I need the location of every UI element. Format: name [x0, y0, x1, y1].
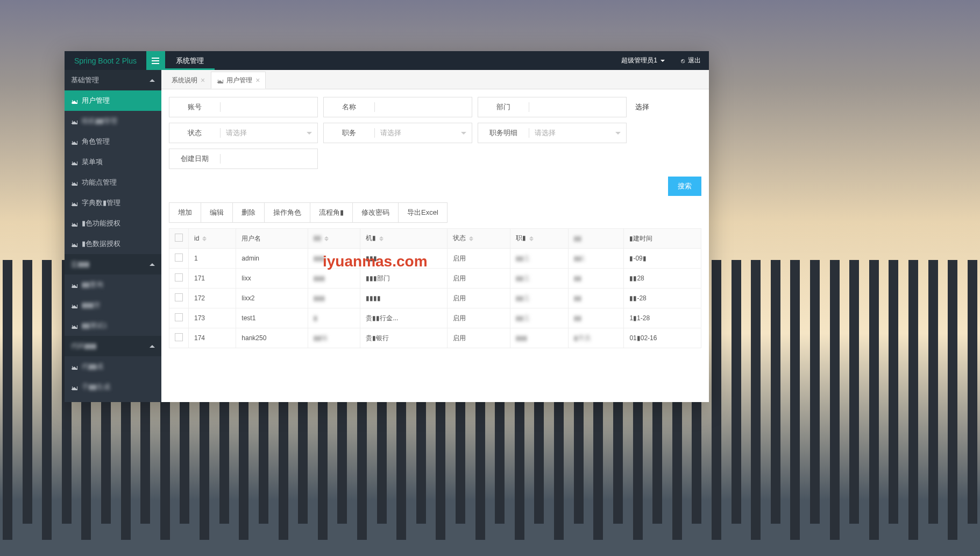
cell-pos: ▮▮立 — [510, 269, 569, 288]
dept-input[interactable] — [529, 97, 626, 117]
sidebar-item-role-func-auth[interactable]: ▮色功能授权 — [65, 213, 161, 234]
name-input[interactable] — [375, 97, 472, 117]
nav-system-mgmt[interactable]: 系统管理 — [165, 51, 215, 70]
col-3[interactable]: ▮▮ — [308, 229, 360, 249]
sidebar-item-test1[interactable]: ▮▮测试1 — [65, 315, 161, 336]
op-role-button[interactable]: 操作角色 — [264, 202, 310, 223]
cell-org: ▮▮▮ — [360, 249, 447, 269]
sidebar-group-label: 基础管理 — [71, 75, 99, 85]
sidebar-group-label: 代码▮▮▮ — [71, 341, 96, 351]
table-row[interactable]: 173test1▮贵▮▮行金...启用▮▮立▮▮1▮1-28 — [169, 308, 701, 328]
filter-status: 状态 请选择 — [169, 123, 318, 143]
position-select[interactable]: 请选择 — [375, 123, 472, 143]
sidebar-item-org-mgmt[interactable]: 组机▮▮管理 — [65, 111, 161, 131]
cell-username: lixx — [236, 269, 308, 288]
row-checkbox[interactable] — [175, 254, 183, 262]
cell-id: 173 — [189, 308, 236, 328]
row-checkbox[interactable] — [175, 273, 183, 281]
cell-username: hank250 — [236, 328, 308, 348]
filters: 账号 名称 部门 选择 状态 请选择 — [169, 97, 701, 169]
home-icon — [71, 241, 77, 247]
sidebar-group-monitor[interactable]: 监▮▮▮ — [65, 254, 161, 275]
search-button[interactable]: 搜索 — [668, 177, 701, 196]
field-label: 职务 — [324, 128, 375, 138]
home-icon — [71, 179, 77, 186]
filter-position: 职务 请选择 — [323, 123, 472, 143]
user-menu[interactable]: 超级管理员1 — [613, 56, 673, 65]
col-7[interactable]: ▮▮ — [568, 229, 624, 249]
table-row[interactable]: 172lixx2▮▮▮▮▮▮▮启用▮▮立▮▮▮▮-28 — [169, 288, 701, 308]
select-placeholder: 请选择 — [535, 128, 556, 138]
home-icon — [71, 302, 77, 308]
sort-icon — [324, 234, 329, 243]
close-icon[interactable]: × — [255, 76, 260, 85]
tabstrip: 系统说明 × 用户管理 × — [161, 70, 709, 89]
filter-position-detail: 职务明细 请选择 — [478, 123, 627, 143]
field-label: 状态 — [169, 128, 221, 138]
cell-status: 启用 — [447, 249, 510, 269]
table-row[interactable]: 174hank250▮▮辑贵▮银行启用▮▮▮▮序员01▮02-16 — [169, 328, 701, 348]
filter-dept: 部门 — [478, 97, 627, 117]
logout-button[interactable]: ⎋ 退出 — [673, 56, 709, 65]
col-pos[interactable]: 职▮ — [510, 229, 569, 249]
sidebar-item-monitor[interactable]: ▮▮▮控 — [65, 295, 161, 315]
select-all-checkbox[interactable] — [175, 234, 183, 242]
sidebar-item-func-mgmt[interactable]: 功能点管理 — [65, 172, 161, 193]
sidebar-toggle-button[interactable] — [146, 51, 165, 70]
logout-icon: ⎋ — [681, 57, 685, 65]
sidebar-item-label: 功能点管理 — [82, 178, 117, 187]
process-button[interactable]: 流程角▮ — [310, 202, 353, 223]
sidebar-item-role-mgmt[interactable]: 角色管理 — [65, 131, 161, 152]
row-checkbox[interactable] — [175, 293, 183, 301]
sidebar-group-code[interactable]: 代码▮▮▮ — [65, 336, 161, 356]
row-checkbox[interactable] — [175, 313, 183, 321]
sidebar-group-basic[interactable]: 基础管理 — [65, 70, 161, 90]
user-table: id 用户名 ▮▮ 机▮ 状态 职▮ ▮▮ ▮建时间 1admin▮▮▮▮▮▮启… — [169, 228, 701, 348]
tab-user-mgmt[interactable]: 用户管理 × — [211, 72, 266, 89]
tab-system-desc[interactable]: 系统说明 × — [166, 72, 211, 89]
sidebar-item-query[interactable]: ▮▮查询 — [65, 275, 161, 295]
table-row[interactable]: 1admin▮▮▮▮▮▮启用▮▮立▮▮1▮-09▮ — [169, 249, 701, 269]
sidebar-item-codegen[interactable]: 代▮▮成 — [65, 356, 161, 377]
col-create-time[interactable]: ▮建时间 — [624, 229, 701, 249]
status-select[interactable]: 请选择 — [221, 123, 317, 143]
col-status[interactable]: 状态 — [447, 229, 510, 249]
close-icon[interactable]: × — [201, 76, 205, 85]
chevron-down-icon — [461, 132, 466, 137]
cell-status: 启用 — [447, 308, 510, 328]
logout-label: 退出 — [688, 56, 701, 65]
sidebar-item-subgen[interactable]: 子▮▮生成 — [65, 377, 161, 397]
home-icon — [71, 159, 77, 165]
position-detail-select[interactable]: 请选择 — [529, 123, 626, 143]
filter-name: 名称 — [323, 97, 472, 117]
choose-link[interactable]: 选择 — [632, 97, 652, 117]
sidebar-item-dict-mgmt[interactable]: 字典数▮管理 — [65, 193, 161, 213]
sidebar-item-role-data-auth[interactable]: ▮色数据授权 — [65, 234, 161, 254]
cell-c7: ▮▮ — [568, 308, 624, 328]
sidebar-item-user-mgmt[interactable]: 用户管理 — [65, 90, 161, 111]
edit-button[interactable]: 编辑 — [201, 202, 233, 223]
chevron-up-icon — [150, 261, 155, 266]
sidebar-item-menu[interactable]: 菜单项 — [65, 152, 161, 172]
export-button[interactable]: 导出Excel — [398, 202, 448, 223]
change-pwd-button[interactable]: 修改密码 — [352, 202, 399, 223]
col-username[interactable]: 用户名 — [236, 229, 308, 249]
chevron-up-icon — [150, 342, 155, 348]
cell-org: ▮▮▮部门 — [360, 269, 447, 288]
sidebar-group-label: 监▮▮▮ — [71, 259, 89, 269]
chevron-down-icon — [661, 60, 665, 64]
field-label: 名称 — [324, 102, 375, 112]
account-input[interactable] — [221, 97, 317, 117]
sidebar-item-label: ▮▮测试1 — [82, 321, 107, 330]
col-id[interactable]: id — [189, 229, 236, 249]
add-button[interactable]: 增加 — [169, 202, 201, 223]
delete-button[interactable]: 删除 — [232, 202, 265, 223]
home-icon — [217, 77, 223, 83]
table-row[interactable]: 171lixx▮▮▮▮▮▮部门启用▮▮立▮▮▮▮28 — [169, 269, 701, 288]
tab-label: 系统说明 — [172, 76, 197, 85]
cell-id: 171 — [189, 269, 236, 288]
row-checkbox[interactable] — [175, 333, 183, 341]
create-date-input[interactable] — [221, 149, 317, 168]
col-org[interactable]: 机▮ — [360, 229, 447, 249]
sidebar-item-label: ▮色功能授权 — [82, 219, 120, 228]
